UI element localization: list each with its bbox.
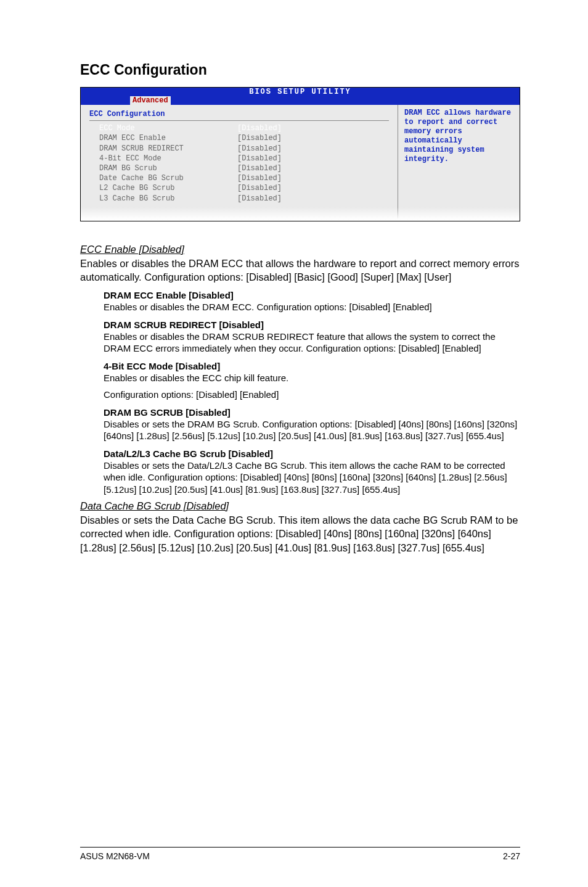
bios-row-label: DRAM SCRUB REDIRECT (89, 144, 237, 154)
bios-row-label: 4-Bit ECC Mode (89, 154, 237, 163)
sub-body: Disables or sets the Data/L2/L3 Cache BG… (104, 460, 520, 496)
bios-row[interactable]: DRAM BG Scrub [Disabled] (89, 163, 389, 173)
bios-row-value: [Disabled] (237, 194, 282, 204)
bios-left-panel: ECC Configuration ECC Mode [Disabled] DR… (81, 105, 398, 221)
sub-body: Disables or sets the DRAM BG Scrub. Conf… (104, 418, 520, 442)
bios-row-value: [Disabled] (237, 163, 282, 173)
bios-title: BIOS SETUP UTILITY (81, 88, 520, 96)
sub-body: Configuration options: [Disabled] [Enabl… (104, 389, 520, 401)
bios-row-value: [Disabled] (237, 144, 282, 154)
bios-row[interactable]: DRAM SCRUB REDIRECT [Disabled] (89, 144, 389, 154)
bios-row-label: Date Cache BG Scrub (89, 173, 237, 183)
bios-row[interactable]: ECC Mode [Disabled] (89, 123, 389, 133)
bios-row[interactable]: L3 Cache BG Scrub [Disabled] (89, 194, 389, 204)
sub-title: 4-Bit ECC Mode [Disabled] (104, 361, 520, 371)
body-text: Enables or disables the DRAM ECC that al… (80, 257, 520, 284)
indent-block: DRAM ECC Enable [Disabled] Enables or di… (104, 290, 520, 495)
bios-row[interactable]: L2 Cache BG Scrub [Disabled] (89, 183, 389, 193)
subsection-title: ECC Enable [Disabled] (80, 244, 520, 255)
page-footer: ASUS M2N68-VM 2-27 (80, 847, 520, 861)
bios-row-label: DRAM BG Scrub (89, 163, 237, 173)
bios-row-value: [Disabled] (237, 123, 282, 133)
bios-row-value: [Disabled] (237, 173, 282, 183)
section-title: ECC Configuration (80, 62, 520, 78)
sub-title: DRAM SCRUB REDIRECT [Disabled] (104, 320, 520, 330)
body-text: Disables or sets the Data Cache BG Scrub… (80, 513, 520, 555)
bios-row-label: DRAM ECC Enable (89, 133, 237, 143)
sub-body: Enables or disables the ECC chip kill fe… (104, 372, 520, 384)
bios-help-panel: DRAM ECC allows hardware to report and c… (398, 105, 520, 221)
bios-panel-heading: ECC Configuration (89, 109, 389, 121)
sub-body: Enables or disables the DRAM SCRUB REDIR… (104, 331, 520, 355)
bios-panel: BIOS SETUP UTILITY Advanced ECC Configur… (80, 87, 520, 221)
sub-title: DRAM ECC Enable [Disabled] (104, 290, 520, 300)
bios-help-text: DRAM ECC allows hardware to report and c… (404, 109, 511, 163)
bios-row[interactable]: DRAM ECC Enable [Disabled] (89, 133, 389, 143)
bios-row-label: L2 Cache BG Scrub (89, 183, 237, 193)
bios-row[interactable]: Date Cache BG Scrub [Disabled] (89, 173, 389, 183)
bios-row-value: [Disabled] (237, 154, 282, 163)
bios-row[interactable]: 4-Bit ECC Mode [Disabled] (89, 154, 389, 163)
footer-left: ASUS M2N68-VM (80, 851, 150, 861)
bios-row-label: L3 Cache BG Scrub (89, 194, 237, 204)
sub-title: Data/L2/L3 Cache BG Scrub [Disabled] (104, 448, 520, 459)
sub-body: Enables or disables the DRAM ECC. Config… (104, 301, 520, 313)
bios-row-label: ECC Mode (89, 123, 237, 133)
sub-title: DRAM BG SCRUB [Disabled] (104, 407, 520, 418)
footer-right: 2-27 (503, 851, 520, 861)
bios-row-value: [Disabled] (237, 183, 282, 193)
bios-row-value: [Disabled] (237, 133, 282, 143)
bios-active-tab: Advanced (130, 96, 171, 105)
bios-tab-row: Advanced (81, 96, 520, 105)
subsection-title: Data Cache BG Scrub [Disabled] (80, 500, 520, 512)
